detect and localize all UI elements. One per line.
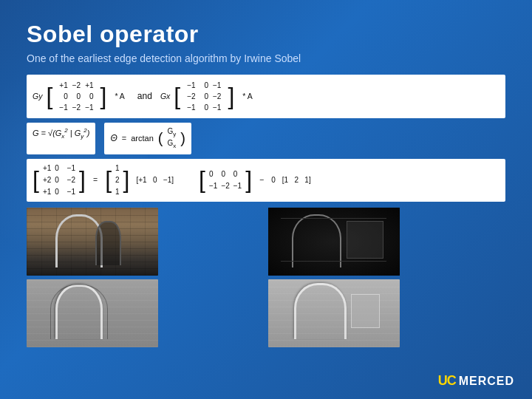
gy-label: Gy (33, 90, 42, 103)
decomp-matrix2: 000 −1−2−1 (209, 168, 242, 192)
images-grid (27, 208, 505, 347)
arctan-bracket-open: ( (158, 131, 163, 146)
gy-matrix: +1−2+1 000 −1−2−1 (56, 78, 96, 115)
image-gray-emboss1 (27, 279, 158, 347)
slide-content: Sobel operator One of the earliest edge … (0, 0, 532, 362)
uc-text: UC (438, 373, 456, 389)
gx-label: Gx (160, 90, 170, 103)
decomp-col1: 1 2 1 (115, 163, 120, 198)
arctan-fraction: GyGx (168, 126, 177, 151)
left-bracket2: [ (174, 86, 180, 107)
and-text: and (137, 89, 152, 103)
minus-sign: − (259, 174, 264, 186)
image-dark-photo (268, 208, 400, 276)
star-a-2: * A (242, 90, 252, 103)
theta-symbol: Θ (110, 132, 117, 146)
gx-matrix: −10−1 −20−2 −10−1 (184, 78, 224, 115)
formula-row3: [ +10−1 +20−2 +10−1 ] = [ 1 2 1 ] [+1 0 … (27, 159, 505, 202)
zero-val: 0 (271, 174, 276, 186)
decomp-matrix1: +10−1 +20−2 +10−1 (43, 163, 75, 198)
equals-sign: = (122, 132, 126, 146)
formula-row3-content: [ +10−1 +20−2 +10−1 ] = [ 1 2 1 ] [+1 0 … (33, 163, 499, 198)
decomp-matrix-inline: [+1 0 −1] (136, 174, 174, 186)
right-bracket2: ] (228, 86, 234, 107)
decomp-row-inline: [1 2 1] (282, 174, 311, 186)
slide-subtitle: One of the earliest edge detection algor… (27, 52, 505, 64)
arctan-bracket-close: ) (180, 131, 185, 146)
theta-formula-box: Θ = arctan ( GyGx ) (104, 123, 191, 154)
gradient-formula: G = √(Gx2 | Gy2) (33, 129, 89, 137)
slide-title: Sobel operator (27, 21, 505, 48)
formula-row1: Gy [ +1−2+1 000 −1−2−1 ] * A and Gx [ −1… (27, 75, 505, 118)
image-color-photo (27, 208, 158, 276)
right-bracket1: ] (100, 86, 107, 107)
formula-row1-content: Gy [ +1−2+1 000 −1−2−1 ] * A and Gx [ −1… (33, 78, 499, 115)
uc-merced-logo: UC MERCED (438, 373, 514, 389)
arctan-text: arctan (131, 132, 154, 146)
star-a-1: * A (115, 90, 124, 103)
image-gray-emboss2 (268, 279, 400, 347)
equals-sign2: = (93, 174, 98, 186)
left-bracket1: [ (46, 86, 52, 107)
gradient-formula-box: G = √(Gx2 | Gy2) (27, 123, 95, 154)
merced-text: MERCED (459, 375, 514, 388)
